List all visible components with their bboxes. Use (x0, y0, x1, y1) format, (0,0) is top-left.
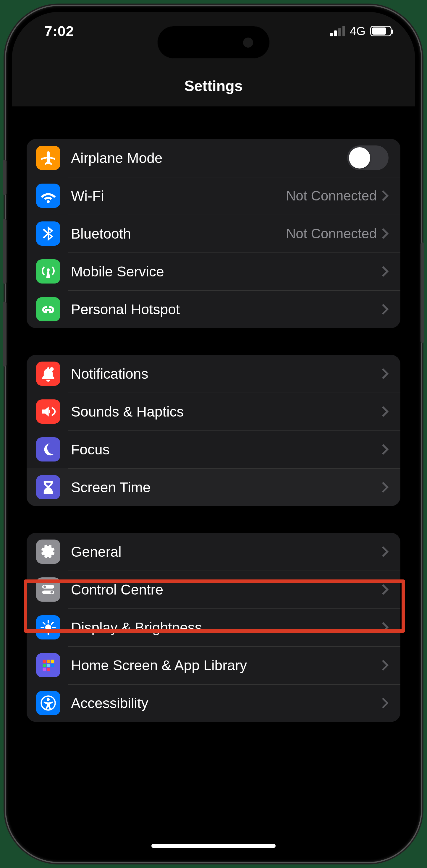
row-label: Screen Time (71, 479, 382, 495)
antenna-icon (36, 259, 60, 283)
chevron-right-icon (382, 546, 389, 558)
svg-rect-15 (47, 659, 50, 663)
home-indicator[interactable] (151, 844, 276, 848)
chevron-right-icon (382, 659, 389, 671)
settings-group-connectivity: Airplane Mode Wi-Fi Not Connected Blueto… (27, 139, 400, 328)
grid-icon (36, 653, 60, 677)
row-display-brightness[interactable]: Display & Brightness (27, 609, 400, 646)
chevron-right-icon (382, 481, 389, 493)
accessibility-icon (36, 691, 60, 715)
svg-point-24 (47, 698, 50, 701)
hourglass-icon (36, 475, 60, 499)
chevron-right-icon (382, 190, 389, 202)
row-airplane-mode[interactable]: Airplane Mode (27, 139, 400, 177)
svg-line-10 (43, 622, 45, 624)
row-label: Focus (71, 441, 382, 458)
chevron-right-icon (382, 266, 389, 277)
svg-rect-22 (51, 668, 54, 671)
row-notifications[interactable]: Notifications (27, 355, 400, 393)
svg-rect-18 (47, 664, 50, 667)
row-detail: Not Connected (286, 188, 377, 204)
network-type: 4G (350, 25, 365, 38)
row-sounds-haptics[interactable]: Sounds & Haptics (27, 393, 400, 430)
chevron-right-icon (382, 584, 389, 595)
row-wifi[interactable]: Wi-Fi Not Connected (27, 177, 400, 215)
row-control-centre[interactable]: Control Centre (27, 570, 400, 609)
row-home-screen[interactable]: Home Screen & App Library (27, 646, 400, 684)
svg-point-3 (43, 586, 46, 588)
chevron-right-icon (382, 443, 389, 455)
row-label: Airplane Mode (71, 150, 347, 166)
gear-icon (36, 539, 60, 564)
row-label: Sounds & Haptics (71, 404, 382, 420)
row-label: Notifications (71, 366, 382, 382)
svg-rect-19 (51, 664, 54, 667)
chevron-right-icon (382, 621, 389, 633)
row-personal-hotspot[interactable]: Personal Hotspot (27, 290, 400, 328)
svg-point-5 (45, 624, 51, 630)
row-detail: Not Connected (286, 225, 377, 242)
moon-icon (36, 437, 60, 462)
row-label: Bluetooth (71, 225, 286, 242)
row-focus[interactable]: Focus (27, 430, 400, 468)
svg-rect-14 (42, 659, 46, 663)
phone-frame: 7:02 4G Settings Airplane Mode (6, 6, 421, 862)
page-title: Settings (184, 78, 242, 95)
side-button (421, 242, 424, 343)
row-bluetooth[interactable]: Bluetooth Not Connected (27, 215, 400, 252)
row-label: Personal Hotspot (71, 301, 382, 317)
row-accessibility[interactable]: Accessibility (27, 684, 400, 722)
bluetooth-icon (36, 221, 60, 246)
status-right: 4G (330, 25, 392, 38)
switches-icon (36, 578, 60, 601)
battery-icon (370, 26, 392, 36)
chevron-right-icon (382, 228, 389, 240)
svg-line-12 (43, 630, 45, 632)
airplane-icon (36, 146, 60, 170)
svg-rect-17 (42, 664, 46, 667)
speaker-icon (36, 399, 60, 424)
svg-rect-16 (51, 659, 54, 663)
svg-point-4 (51, 591, 53, 593)
status-time: 7:02 (44, 23, 74, 39)
svg-rect-20 (42, 668, 46, 671)
airplane-toggle[interactable] (347, 146, 389, 170)
wifi-icon (36, 184, 60, 208)
svg-line-13 (52, 622, 53, 624)
hotspot-icon (36, 297, 60, 321)
side-button (3, 219, 6, 284)
settings-group-notifications: Notifications Sounds & Haptics Focus (27, 355, 400, 506)
row-screen-time[interactable]: Screen Time (27, 468, 400, 506)
settings-group-general: General Control Centre Display & Brightn… (27, 533, 400, 722)
settings-content[interactable]: Airplane Mode Wi-Fi Not Connected Blueto… (12, 106, 415, 856)
sun-icon (36, 615, 60, 640)
row-label: Display & Brightness (71, 619, 382, 636)
row-mobile-service[interactable]: Mobile Service (27, 252, 400, 290)
row-general[interactable]: General (27, 533, 400, 570)
row-label: Accessibility (71, 695, 382, 711)
phone-screen: 7:02 4G Settings Airplane Mode (12, 12, 415, 856)
side-button (3, 302, 6, 367)
row-label: Home Screen & App Library (71, 657, 382, 674)
row-label: General (71, 544, 382, 560)
chevron-right-icon (382, 406, 389, 417)
row-label: Wi-Fi (71, 188, 286, 204)
chevron-right-icon (382, 697, 389, 709)
dynamic-island (157, 26, 270, 59)
cellular-signal-icon (330, 26, 345, 36)
chevron-right-icon (382, 368, 389, 380)
svg-line-11 (52, 630, 53, 632)
bell-icon (36, 362, 60, 386)
row-label: Mobile Service (71, 264, 382, 280)
svg-rect-21 (47, 668, 50, 671)
side-button (3, 160, 6, 195)
svg-point-0 (50, 367, 54, 371)
chevron-right-icon (382, 303, 389, 315)
row-label: Control Centre (71, 582, 382, 598)
